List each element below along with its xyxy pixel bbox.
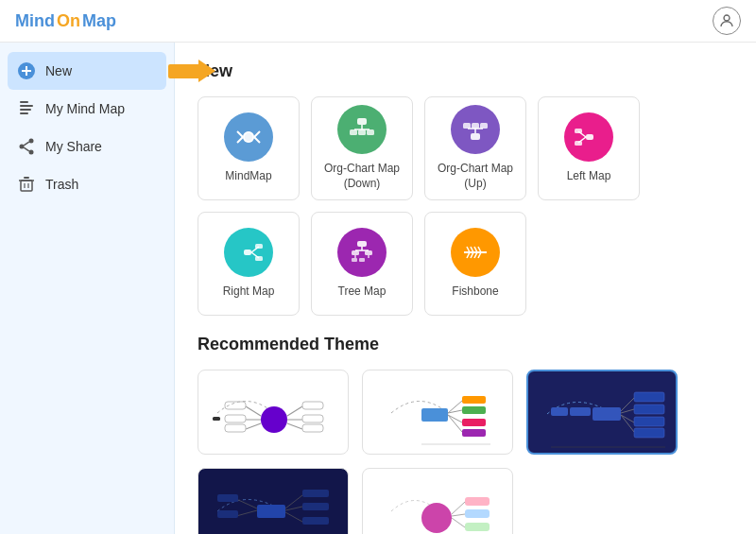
orgup-label: Org-Chart Map (Up): [425, 162, 525, 191]
svg-line-21: [254, 131, 260, 137]
sidebar-item-mymindmap-label: My Mind Map: [45, 101, 125, 116]
mindmap-icon: [224, 112, 273, 162]
layout: New My Mind Map: [0, 43, 756, 534]
svg-rect-82: [462, 406, 486, 414]
svg-rect-35: [480, 123, 488, 129]
svg-line-118: [452, 518, 465, 527]
svg-line-105: [285, 495, 302, 508]
sidebar-item-trash-label: Trash: [45, 177, 78, 192]
svg-line-71: [287, 406, 302, 416]
svg-rect-7: [20, 112, 28, 114]
svg-rect-4: [20, 101, 28, 103]
svg-rect-44: [255, 244, 263, 249]
theme-section-title: Recommended Theme: [198, 335, 733, 354]
treemap-label: Tree Map: [338, 284, 387, 300]
svg-rect-78: [421, 408, 448, 422]
svg-rect-6: [20, 109, 31, 111]
svg-line-83: [448, 415, 462, 422]
theme-card-4[interactable]: [198, 468, 349, 534]
sidebar: New My Mind Map: [0, 43, 175, 534]
svg-rect-103: [217, 494, 238, 502]
sidebar-item-new-label: New: [45, 63, 72, 78]
map-card-orgup[interactable]: Org-Chart Map (Up): [424, 96, 526, 200]
svg-rect-29: [367, 129, 374, 135]
theme-card-3[interactable]: [526, 370, 678, 455]
svg-line-116: [452, 514, 465, 516]
svg-rect-94: [634, 417, 664, 426]
svg-line-11: [24, 142, 29, 146]
leftmap-label: Left Map: [567, 169, 611, 184]
map-card-treemap[interactable]: Tree Map: [311, 212, 413, 316]
theme-card-2[interactable]: [362, 370, 513, 455]
mindmap-label: MindMap: [225, 169, 271, 184]
svg-point-64: [261, 406, 287, 433]
svg-rect-13: [21, 181, 32, 191]
svg-line-22: [254, 137, 260, 143]
svg-rect-69: [225, 415, 246, 422]
fishbone-icon: [451, 228, 500, 277]
svg-rect-88: [593, 407, 621, 421]
sidebar-item-trash[interactable]: Trash: [0, 165, 174, 203]
sidebar-item-myshare[interactable]: My Share: [0, 128, 174, 165]
svg-rect-75: [302, 415, 323, 422]
logo-map: Map: [82, 11, 116, 31]
svg-rect-96: [634, 428, 664, 438]
svg-line-107: [285, 507, 302, 510]
svg-rect-84: [462, 419, 486, 426]
theme-card-1[interactable]: [198, 370, 349, 455]
svg-rect-24: [357, 118, 367, 125]
new-section-title: New: [198, 61, 733, 81]
svg-rect-86: [462, 429, 486, 437]
main-content: New MindMap: [175, 43, 756, 534]
orgdown-icon: [337, 105, 387, 154]
theme-card-5[interactable]: [362, 468, 513, 534]
svg-rect-41: [244, 250, 251, 255]
svg-line-20: [237, 137, 243, 143]
svg-line-95: [621, 415, 634, 432]
sidebar-item-mymindmap[interactable]: My Mind Map: [0, 90, 174, 128]
svg-rect-119: [465, 523, 490, 531]
sidebar-item-new[interactable]: New: [8, 52, 166, 90]
svg-rect-34: [472, 123, 479, 129]
svg-rect-100: [257, 505, 285, 518]
svg-rect-46: [357, 241, 367, 247]
svg-rect-39: [575, 129, 582, 133]
svg-rect-115: [465, 497, 490, 506]
svg-rect-74: [302, 402, 323, 409]
map-type-grid: MindMap Org-Chart Map(Down): [198, 96, 733, 316]
svg-rect-104: [217, 510, 238, 518]
svg-rect-45: [255, 256, 263, 261]
svg-rect-52: [359, 258, 365, 262]
svg-rect-110: [302, 517, 329, 525]
rightmap-label: Right Map: [223, 284, 275, 300]
sidebar-item-myshare-label: My Share: [45, 139, 102, 154]
svg-line-101: [236, 499, 257, 508]
map-card-fishbone[interactable]: Fishbone: [424, 212, 526, 316]
map-card-leftmap[interactable]: Left Map: [538, 96, 640, 200]
svg-line-73: [287, 423, 302, 429]
svg-rect-80: [462, 396, 486, 404]
svg-rect-106: [302, 490, 329, 497]
svg-point-0: [724, 15, 730, 21]
trash-icon: [17, 175, 36, 194]
svg-rect-27: [350, 129, 357, 135]
rightmap-icon: [224, 228, 273, 277]
share-icon: [17, 137, 36, 156]
svg-rect-98: [570, 407, 591, 416]
user-avatar[interactable]: [713, 7, 741, 35]
svg-rect-70: [225, 424, 246, 432]
svg-rect-33: [463, 123, 471, 129]
svg-line-85: [448, 415, 462, 432]
theme-grid: [198, 370, 733, 534]
svg-point-10: [29, 150, 34, 155]
map-card-mindmap[interactable]: MindMap: [198, 96, 300, 200]
svg-rect-97: [551, 407, 568, 416]
map-card-rightmap[interactable]: Right Map: [198, 212, 300, 316]
svg-line-12: [24, 147, 29, 151]
svg-rect-40: [575, 141, 582, 146]
treemap-icon: [337, 228, 387, 277]
svg-rect-5: [20, 105, 33, 107]
svg-line-89: [621, 398, 634, 411]
map-card-orgdown[interactable]: Org-Chart Map(Down): [311, 96, 413, 200]
svg-rect-50: [365, 250, 372, 255]
